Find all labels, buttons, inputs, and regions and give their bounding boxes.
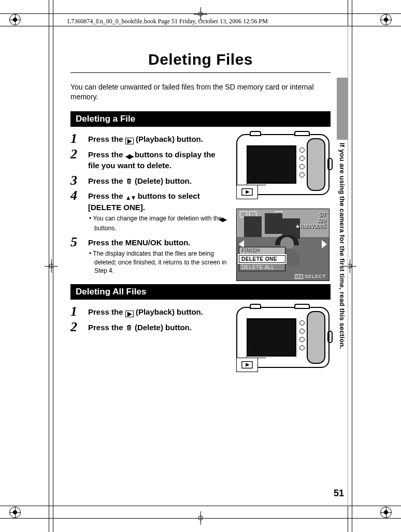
camera-illustration — [236, 307, 330, 368]
menu-option-delete-one: DELETE ONE — [239, 255, 285, 263]
section-heading-deleting-all-files: Deleting All Files — [70, 284, 331, 300]
step-number: 1 — [70, 131, 77, 146]
intro-text: You can delete unwanted or failed files … — [70, 82, 331, 102]
step-text: Press the (Delete) button. — [88, 176, 192, 185]
playback-icon: ▶ — [125, 138, 134, 144]
trash-icon — [125, 176, 133, 185]
select-indicator: SELECT — [295, 274, 326, 279]
step-number: 3 — [70, 173, 77, 188]
registration-mark-icon — [380, 14, 392, 25]
playback-button-callout — [236, 358, 258, 372]
left-right-icon — [125, 151, 133, 161]
file-info: 5/7 320 ★RM8V0005 — [295, 212, 326, 229]
registration-mark-icon — [9, 507, 21, 518]
step-text: Press the ▶ (Playback) button. — [88, 307, 203, 316]
step-text: Press the (Delete) button. — [88, 323, 192, 332]
trash-icon — [125, 323, 133, 332]
step-number: 2 — [70, 319, 77, 335]
up-down-icon — [125, 192, 136, 202]
page-title: Deleting Files — [70, 51, 331, 68]
left-right-icon — [224, 215, 226, 224]
step-sub: The display indicates that the files are… — [88, 249, 228, 275]
section-heading-deleting-a-file: Deleting a File — [70, 111, 331, 127]
side-section-label: If you are using the camera for the firs… — [338, 143, 346, 349]
registration-mark-icon — [380, 507, 392, 518]
playback-icon: ▶ — [125, 311, 134, 317]
playback-button-callout — [236, 185, 258, 199]
menu-option-finish: FINISH — [239, 247, 285, 255]
right-arrow-icon — [322, 240, 327, 248]
menu-option-delete-all: DELETE ALL — [239, 263, 285, 271]
camera-illustration — [236, 134, 330, 195]
step-number: 4 — [70, 188, 77, 203]
step-text: Press the ▶ (Playback) button. — [88, 135, 203, 143]
print-header: L7360874_En_00_0_bookfile.book Page 51 F… — [67, 18, 268, 25]
delete-menu-screenshot: 5/7 320 ★RM8V0005 FINISH DELETE ONE DELE… — [236, 209, 330, 281]
step-sub: You can change the image for deletion wi… — [88, 214, 228, 232]
step-text: Press the buttons to select [DELETE ONE]… — [88, 191, 200, 212]
registration-mark-icon — [9, 14, 21, 25]
step-number: 2 — [70, 146, 77, 162]
page-number: 51 — [334, 488, 344, 499]
step-text: Press the MENU/OK button. — [88, 238, 191, 247]
step-text: Press the buttons to display the file yo… — [88, 150, 216, 170]
crop-cross-icon — [194, 511, 207, 525]
section-tab — [337, 78, 348, 140]
step-number: 1 — [70, 304, 77, 319]
step-number: 5 — [70, 234, 77, 250]
